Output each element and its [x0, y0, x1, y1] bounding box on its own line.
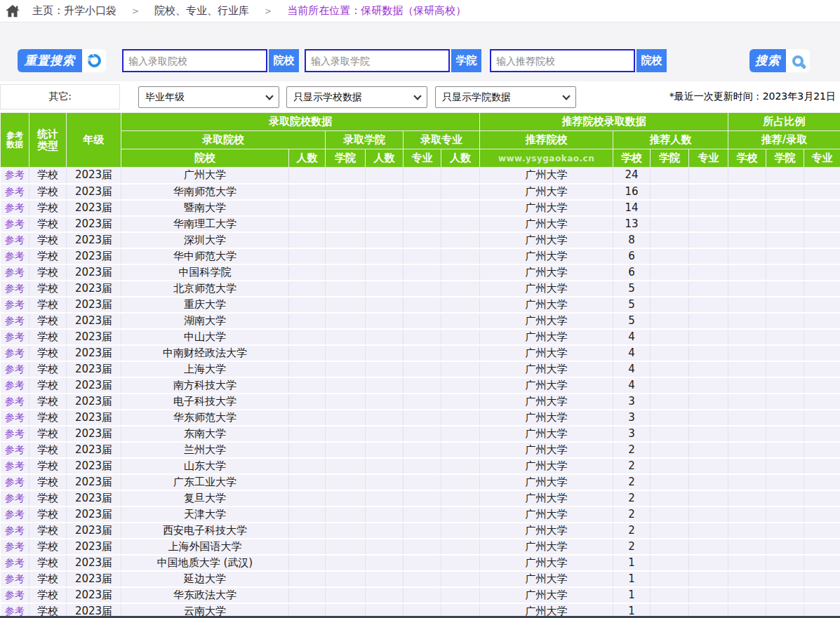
- ratio-major-cell: [804, 555, 840, 571]
- admit-school-cell: 广州大学: [121, 168, 289, 184]
- recommend-school-search-input[interactable]: [490, 49, 635, 72]
- ratio-school-cell: [728, 458, 766, 474]
- ref-link[interactable]: 参考: [5, 234, 25, 246]
- ref-link[interactable]: 参考: [5, 250, 25, 262]
- breadcrumb-library[interactable]: 院校、专业、行业库: [154, 4, 249, 18]
- admit-major-cell: [404, 587, 441, 603]
- ref-link[interactable]: 参考: [5, 396, 25, 407]
- rec-count-school-cell: 14: [613, 200, 651, 216]
- ref-link[interactable]: 参考: [5, 412, 25, 423]
- ratio-school-cell: [728, 361, 766, 377]
- ref-link[interactable]: 参考: [5, 525, 25, 536]
- table-row: 参考学校2023届山东大学广州大学2: [1, 458, 840, 474]
- other-filters-label: 其它:: [0, 84, 120, 109]
- ref-link[interactable]: 参考: [5, 379, 25, 391]
- admit-college-search-button[interactable]: 学院: [451, 49, 481, 72]
- admit-school-count-cell: [289, 426, 326, 442]
- chevron-down-icon: [413, 92, 421, 100]
- ratio-major-cell: [804, 571, 840, 587]
- admit-school-count-cell: [289, 264, 326, 281]
- admit-school-cell: 山东大学: [121, 458, 289, 474]
- reset-search-button[interactable]: 重置搜索: [18, 49, 82, 72]
- rec-count-major-cell: [689, 216, 728, 232]
- ref-link[interactable]: 参考: [5, 169, 25, 180]
- rec-count-school-cell: 4: [613, 361, 651, 377]
- rec-count-college-cell: [651, 345, 689, 361]
- rec-count-college-cell: [651, 361, 689, 377]
- admit-college-cell: [326, 297, 366, 313]
- admit-school-search-input[interactable]: [122, 49, 267, 72]
- refresh-button[interactable]: [82, 49, 106, 72]
- table-row: 参考学校2023届电子科技大学广州大学3: [1, 394, 840, 410]
- ref-link[interactable]: 参考: [5, 331, 25, 342]
- college-data-select[interactable]: 只显示学院数据: [435, 86, 576, 108]
- admit-school-count-cell: [289, 184, 326, 200]
- rec-count-school-cell: 16: [613, 184, 651, 200]
- magnifier-button[interactable]: [786, 49, 810, 72]
- ref-link[interactable]: 参考: [5, 347, 25, 358]
- admit-school-search-button[interactable]: 院校: [269, 49, 299, 72]
- table-row: 参考学校2023届华南理工大学广州大学13: [1, 216, 840, 232]
- header-rec-count-group: 推荐人数: [613, 131, 728, 149]
- grade-cell: 2023届: [67, 458, 121, 474]
- ratio-major-cell: [804, 377, 840, 394]
- recommend-school-search-button[interactable]: 院校: [636, 49, 667, 72]
- admit-major-cell: [404, 458, 441, 474]
- admit-college-search-input[interactable]: [305, 49, 450, 72]
- admit-college-cell: [326, 281, 366, 297]
- ref-link[interactable]: 参考: [5, 363, 25, 375]
- ref-link[interactable]: 参考: [5, 267, 25, 278]
- ref-link[interactable]: 参考: [5, 186, 25, 197]
- rec-count-college-cell: [651, 248, 689, 264]
- rec-count-major-cell: [689, 377, 728, 394]
- rec-count-college-cell: [651, 394, 689, 410]
- ref-link[interactable]: 参考: [5, 460, 25, 471]
- admit-college-count-cell: [366, 184, 404, 200]
- ref-link[interactable]: 参考: [5, 573, 25, 584]
- ref-link[interactable]: 参考: [5, 509, 25, 520]
- admit-college-count-cell: [366, 587, 404, 603]
- ref-link[interactable]: 参考: [5, 541, 25, 552]
- ref-link[interactable]: 参考: [5, 557, 25, 568]
- admit-school-cell: 湖南大学: [121, 313, 289, 329]
- admit-major-count-cell: [441, 297, 480, 313]
- ref-link[interactable]: 参考: [5, 476, 25, 488]
- ref-link[interactable]: 参考: [5, 444, 25, 455]
- search-button[interactable]: 搜索: [749, 49, 786, 72]
- header-rec-school-col: 学校: [613, 149, 651, 168]
- ref-link[interactable]: 参考: [5, 605, 25, 617]
- ratio-major-cell: [804, 506, 840, 523]
- ratio-major-cell: [804, 345, 840, 361]
- school-data-select-value: 只显示学校数据: [293, 91, 362, 104]
- admit-college-cell: [326, 426, 366, 442]
- ratio-college-cell: [766, 313, 804, 329]
- admit-college-cell: [326, 264, 366, 281]
- ratio-school-cell: [728, 297, 766, 313]
- admit-school-count-cell: [289, 539, 326, 555]
- rec-count-college-cell: [651, 184, 689, 200]
- ratio-college-cell: [766, 168, 804, 184]
- ratio-college-cell: [766, 345, 804, 361]
- ref-link[interactable]: 参考: [5, 315, 25, 326]
- ref-link[interactable]: 参考: [5, 589, 25, 600]
- ref-link[interactable]: 参考: [5, 202, 25, 213]
- breadcrumb-home[interactable]: 主页：升学小口袋: [32, 4, 116, 18]
- admit-major-count-cell: [441, 523, 480, 539]
- ref-link[interactable]: 参考: [5, 283, 25, 294]
- rec-count-major-cell: [689, 394, 728, 410]
- ref-link[interactable]: 参考: [5, 492, 25, 504]
- admit-college-cell: [326, 345, 366, 361]
- ratio-college-cell: [766, 555, 804, 571]
- stat-type-cell: 学校: [29, 426, 67, 442]
- ratio-school-cell: [728, 377, 766, 394]
- rec-school-cell: 广州大学: [480, 555, 613, 571]
- rec-school-cell: 广州大学: [480, 232, 613, 248]
- school-data-select[interactable]: 只显示学校数据: [286, 86, 427, 108]
- grade-select[interactable]: 毕业年级: [138, 86, 279, 108]
- ratio-college-cell: [766, 200, 804, 216]
- home-icon[interactable]: [6, 4, 21, 18]
- ref-link[interactable]: 参考: [5, 299, 25, 310]
- ref-link[interactable]: 参考: [5, 428, 25, 439]
- rec-school-cell: 广州大学: [480, 394, 613, 410]
- ref-link[interactable]: 参考: [5, 218, 25, 229]
